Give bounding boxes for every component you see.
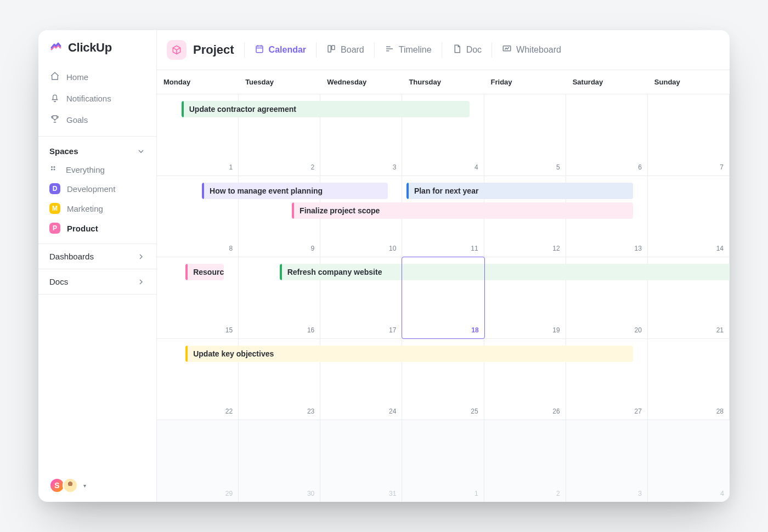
weekday-label: Friday	[484, 70, 566, 94]
nav-docs[interactable]: Docs	[38, 269, 156, 295]
space-label: Development	[67, 184, 115, 194]
calendar-cell[interactable]: 28	[648, 339, 730, 420]
weekday-label: Monday	[157, 70, 239, 94]
calendar-event[interactable]: How to manage event planning	[202, 183, 388, 199]
home-icon	[50, 71, 60, 83]
nav-goals[interactable]: Goals	[44, 109, 151, 131]
event-title: Finalize project scope	[294, 206, 385, 215]
date-number: 3	[393, 163, 397, 171]
calendar-cell[interactable]: 18	[402, 257, 484, 339]
brand-logo[interactable]: ClickUp	[38, 40, 156, 55]
spaces-heading: Spaces	[49, 146, 78, 156]
date-number: 30	[307, 490, 314, 497]
date-number: 15	[225, 326, 233, 334]
event-title: How to manage event planning	[204, 186, 328, 195]
date-number: 12	[552, 245, 560, 252]
sidebar: ClickUp Home Notifications Goals Spaces	[38, 30, 157, 502]
calendar-cell[interactable]: 3	[566, 420, 648, 502]
calendar-event[interactable]: Resource allocation	[185, 264, 224, 280]
calendar-event[interactable]: Update key objectives	[185, 346, 633, 362]
chevron-down-icon	[137, 147, 145, 156]
calendar-cell[interactable]: 31	[320, 420, 402, 502]
date-number: 22	[225, 408, 233, 415]
space-product[interactable]: P Product	[38, 218, 156, 238]
event-title: Update key objectives	[188, 349, 279, 358]
bell-icon	[50, 93, 60, 104]
weekday-label: Thursday	[402, 70, 484, 94]
nav-dashboards[interactable]: Dashboards	[38, 244, 156, 269]
event-title: Refresh company website	[282, 268, 388, 276]
calendar-cell[interactable]: 29	[157, 420, 239, 502]
doc-icon	[452, 44, 462, 56]
calendar-week: 22232425262728Update key objectives	[157, 339, 730, 421]
svg-rect-6	[332, 46, 335, 50]
event-title: Resource allocation	[188, 268, 224, 276]
calendar-cell[interactable]: 5	[484, 94, 566, 176]
project-icon	[167, 40, 187, 60]
timeline-icon	[385, 44, 394, 56]
calendar-cell[interactable]: 30	[239, 420, 320, 502]
svg-point-1	[54, 166, 55, 168]
space-label: Product	[67, 224, 98, 233]
page-title: Project	[193, 43, 234, 57]
main-area: Project Calendar Board Timeline Doc	[157, 30, 730, 502]
calendar-cell[interactable]: 2	[484, 420, 566, 502]
view-board[interactable]: Board	[317, 44, 374, 56]
space-everything-label: Everything	[66, 165, 105, 174]
view-timeline[interactable]: Timeline	[375, 44, 442, 56]
view-whiteboard[interactable]: Whiteboard	[492, 44, 571, 56]
date-number: 2	[556, 490, 560, 497]
dashboards-label: Dashboards	[49, 252, 94, 261]
event-title: Update contractor agreement	[184, 105, 302, 114]
calendar-cell[interactable]: 7	[648, 94, 730, 176]
weekday-label: Tuesday	[239, 70, 320, 94]
calendar-cell[interactable]: 1	[402, 420, 484, 502]
calendar-event[interactable]: Finalize project scope	[292, 202, 633, 219]
view-calendar[interactable]: Calendar	[245, 44, 316, 56]
date-number: 9	[311, 245, 315, 252]
date-number: 23	[307, 408, 314, 415]
event-title: Plan for next year	[409, 186, 484, 195]
weekday-label: Saturday	[566, 70, 648, 94]
space-development[interactable]: D Development	[38, 179, 156, 199]
view-label: Whiteboard	[516, 45, 561, 55]
workspace-switcher[interactable]: S ▾	[49, 478, 86, 493]
space-everything[interactable]: Everything	[38, 160, 156, 179]
nav-home[interactable]: Home	[44, 66, 151, 88]
nav-label: Goals	[66, 115, 88, 124]
calendar-event[interactable]: Plan for next year	[406, 183, 633, 199]
date-number: 2	[311, 163, 315, 171]
space-marketing[interactable]: M Marketing	[38, 199, 156, 218]
svg-point-3	[54, 169, 55, 171]
date-number: 4	[720, 490, 724, 497]
date-number: 26	[552, 408, 560, 415]
caret-down-icon: ▾	[83, 483, 86, 489]
calendar-event[interactable]: Refresh company website	[280, 264, 730, 280]
whiteboard-icon	[502, 44, 512, 56]
date-number: 1	[229, 163, 233, 171]
date-number: 1	[475, 490, 478, 497]
view-label: Board	[341, 45, 364, 55]
svg-point-2	[51, 169, 53, 171]
chevron-right-icon	[137, 252, 145, 261]
calendar-icon	[255, 44, 264, 56]
date-number: 17	[389, 326, 396, 334]
date-number: 4	[475, 163, 478, 171]
date-number: 18	[471, 326, 478, 334]
spaces-header[interactable]: Spaces	[38, 142, 156, 160]
avatar	[63, 478, 78, 493]
calendar-cell[interactable]: 14	[648, 176, 730, 257]
date-number: 28	[716, 408, 724, 415]
nav-notifications[interactable]: Notifications	[44, 88, 151, 109]
view-doc[interactable]: Doc	[442, 44, 492, 56]
calendar-cell[interactable]: 6	[566, 94, 648, 176]
board-icon	[326, 44, 336, 56]
clickup-icon	[49, 40, 63, 55]
nav-label: Home	[66, 72, 88, 82]
chevron-right-icon	[137, 278, 145, 286]
calendar-cell[interactable]: 4	[648, 420, 730, 502]
calendar-event[interactable]: Update contractor agreement	[182, 101, 470, 117]
date-number: 6	[638, 163, 642, 171]
space-label: Marketing	[67, 204, 103, 213]
date-number: 11	[471, 245, 478, 252]
